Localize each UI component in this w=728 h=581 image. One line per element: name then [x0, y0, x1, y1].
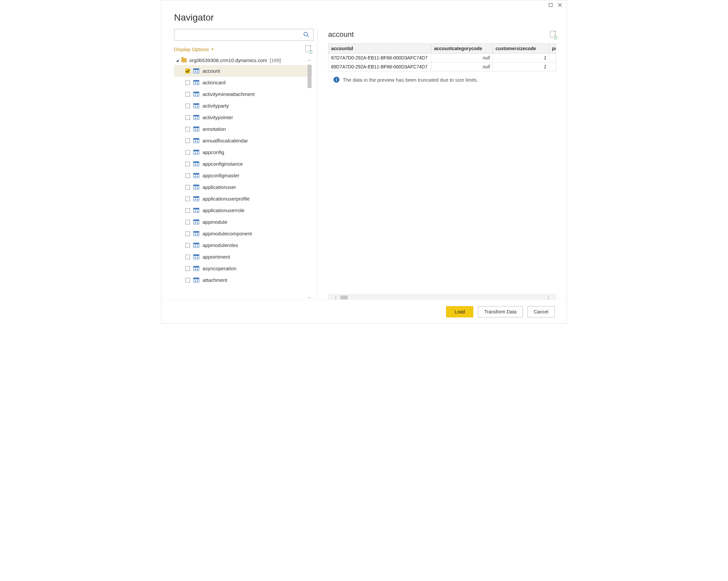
table-icon — [193, 138, 199, 143]
refresh-preview-icon[interactable] — [550, 31, 556, 38]
tree-item-label: attachment — [203, 277, 227, 283]
table-icon — [193, 243, 199, 248]
tree-item-label: annualfiscalcalendar — [203, 138, 248, 143]
tree-item-appconfiginstance[interactable]: appconfiginstance — [174, 158, 312, 170]
col-accountcategorycode[interactable]: accountcategorycode — [432, 44, 493, 53]
dialog-footer: Load Transform Data Cancel — [161, 299, 567, 323]
table-row[interactable]: 87D7A7D0-292A-EB11-BF68-000D3AFC74D7null… — [329, 53, 556, 62]
add-table-icon[interactable] — [305, 46, 311, 53]
checkbox[interactable] — [185, 150, 190, 155]
tree-item-activitypointer[interactable]: activitypointer — [174, 111, 312, 123]
tree-item-appmodulecomponent[interactable]: appmodulecomponent — [174, 228, 312, 239]
tree-item-appconfigmaster[interactable]: appconfigmaster — [174, 170, 312, 181]
nav-tree: ◢ org0b539308.crm10.dynamics.com [199] a… — [174, 56, 312, 302]
info-row: i The data in the preview has been trunc… — [328, 77, 556, 83]
transform-data-button[interactable]: Transform Data — [478, 306, 523, 317]
svg-rect-0 — [549, 3, 552, 7]
scroll-thumb[interactable] — [308, 65, 312, 88]
checkbox[interactable] — [185, 255, 190, 259]
search-icon[interactable] — [303, 31, 309, 39]
tree-item-label: activitymimeattachment — [203, 91, 255, 97]
tree-item-appconfig[interactable]: appconfig — [174, 147, 312, 158]
preview-table: accountid accountcategorycode customersi… — [328, 44, 556, 71]
display-options-row: Display Options ▾ — [174, 46, 312, 53]
load-button[interactable]: Load — [446, 306, 473, 317]
table-icon — [193, 150, 199, 155]
tree-item-label: appointment — [203, 254, 230, 260]
tree-item-label: appmodule — [203, 219, 227, 225]
root-label: org0b539308.crm10.dynamics.com — [189, 57, 267, 63]
svg-line-4 — [307, 35, 309, 37]
table-row[interactable]: 89D7A7D0-292A-EB11-BF68-000D3AFC74D7null… — [329, 62, 556, 71]
checkbox[interactable] — [185, 104, 190, 108]
search-row — [174, 29, 312, 41]
checkbox[interactable] — [185, 115, 190, 120]
tree-item-annotation[interactable]: annotation — [174, 123, 312, 135]
display-options-dropdown[interactable]: Display Options ▾ — [174, 47, 213, 52]
checkbox[interactable] — [185, 127, 190, 131]
cell-accountid: 87D7A7D0-292A-EB11-BF68-000D3AFC74D7 — [329, 53, 432, 62]
checkbox[interactable] — [185, 138, 190, 143]
cell-truncated — [549, 53, 556, 62]
tree-item-account[interactable]: account — [174, 65, 312, 77]
tree-item-applicationuser[interactable]: applicationuser — [174, 181, 312, 193]
col-accountid[interactable]: accountid — [329, 44, 432, 53]
checkbox[interactable] — [185, 231, 190, 236]
table-icon — [193, 254, 199, 259]
checkbox[interactable] — [185, 278, 190, 283]
caret-down-icon: ◢ — [176, 58, 179, 62]
checkbox[interactable] — [185, 196, 190, 201]
tree-item-label: applicationuserrole — [203, 208, 244, 213]
checkbox[interactable] — [185, 92, 190, 97]
tree-item-attachment[interactable]: attachment — [174, 274, 312, 286]
tree-item-label: actioncard — [203, 80, 226, 85]
tree-item-appointment[interactable]: appointment — [174, 251, 312, 263]
table-icon — [193, 219, 199, 225]
checkbox[interactable] — [185, 243, 190, 248]
tree-item-label: applicationuserprofile — [203, 196, 250, 202]
table-icon — [193, 196, 199, 201]
folder-icon — [181, 58, 187, 62]
col-customersizecode[interactable]: customersizecode — [493, 44, 549, 53]
col-truncated[interactable]: pr — [549, 44, 556, 53]
maximize-button[interactable] — [547, 2, 555, 8]
tree-item-activityparty[interactable]: activityparty — [174, 100, 312, 111]
preview-header-row: accountid accountcategorycode customersi… — [329, 44, 556, 53]
preview-table-wrap: accountid accountcategorycode customersi… — [328, 44, 556, 71]
table-icon — [193, 208, 199, 213]
tree-item-appmoduleroles[interactable]: appmoduleroles — [174, 239, 312, 251]
tree-root-node[interactable]: ◢ org0b539308.crm10.dynamics.com [199] — [174, 56, 312, 64]
table-icon — [193, 103, 199, 108]
checkbox[interactable] — [185, 266, 190, 271]
tree-item-applicationuserrole[interactable]: applicationuserrole — [174, 205, 312, 216]
cell-accountcategorycode: null — [432, 53, 493, 62]
tree-item-asyncoperation[interactable]: asyncoperation — [174, 263, 312, 274]
info-text: The data in the preview has been truncat… — [343, 77, 478, 83]
checkbox[interactable] — [185, 173, 190, 178]
tree-item-appmodule[interactable]: appmodule — [174, 216, 312, 228]
cancel-button[interactable]: Cancel — [527, 306, 555, 317]
search-input[interactable] — [174, 29, 313, 41]
tree-item-annualfiscalcalendar[interactable]: annualfiscalcalendar — [174, 135, 312, 147]
table-icon — [193, 115, 199, 120]
table-icon — [193, 127, 199, 131]
navigator-dialog: Navigator Display Options ▾ — [161, 0, 567, 324]
checkbox[interactable] — [185, 69, 190, 73]
tree-item-actioncard[interactable]: actioncard — [174, 77, 312, 88]
checkbox[interactable] — [185, 220, 190, 225]
cell-accountid: 89D7A7D0-292A-EB11-BF68-000D3AFC74D7 — [329, 62, 432, 71]
right-pane: account accountid accountcategorycode cu… — [317, 29, 567, 302]
table-icon — [193, 80, 199, 85]
vertical-scrollbar[interactable]: ︿ ﹀ — [307, 56, 312, 302]
preview-title: account — [328, 30, 354, 39]
checkbox[interactable] — [185, 80, 190, 85]
close-button[interactable] — [556, 2, 564, 8]
checkbox[interactable] — [185, 208, 190, 213]
tree-item-label: appconfig — [203, 150, 224, 155]
checkbox[interactable] — [185, 162, 190, 166]
tree-item-applicationuserprofile[interactable]: applicationuserprofile — [174, 193, 312, 205]
tree-item-label: appmodulecomponent — [203, 231, 252, 236]
checkbox[interactable] — [185, 185, 190, 190]
scroll-up-icon[interactable]: ︿ — [307, 56, 312, 63]
tree-item-activitymimeattachment[interactable]: activitymimeattachment — [174, 88, 312, 100]
